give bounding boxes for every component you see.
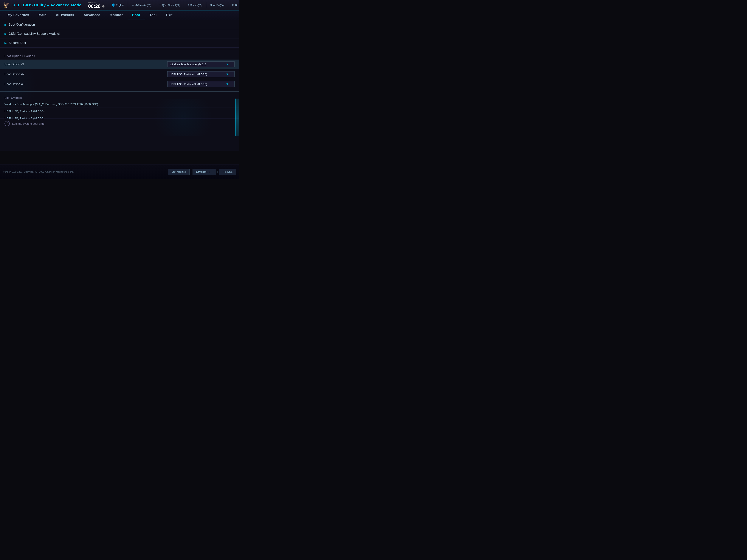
sidebar-label-boot-configuration: Boot Configuration — [8, 23, 35, 27]
override-item-1-label: Windows Boot Manager (M.2_2: Samsung SSD… — [4, 103, 98, 106]
boot-option-2-label: Boot Option #2 — [4, 73, 167, 76]
info-bar: i Sets the system boot order — [0, 118, 239, 128]
dropdown-arrow-3: ▼ — [226, 82, 229, 86]
boot-option-3-label: Boot Option #3 — [4, 82, 167, 86]
boot-priorities-header: Boot Option Priorities — [0, 51, 239, 59]
footer-ezmode-button[interactable]: EzMode(F7)|→ — [192, 169, 216, 175]
tool-aura[interactable]: ✺ AURA(F4) — [210, 3, 225, 7]
tab-my-favorites[interactable]: My Favorites — [3, 11, 34, 20]
nav-tabs: My Favorites Main Ai Tweaker Advanced Mo… — [0, 10, 239, 20]
footer-right-buttons: Last Modified | EzMode(F7)|→ | Hot Keys — [168, 169, 236, 175]
boot-override-header: Boot Override — [0, 94, 239, 101]
arrow-icon-boot-config: ▶ — [4, 23, 7, 27]
tool-resizebar[interactable]: ⊞ Resize BAR — [232, 3, 239, 7]
sidebar-item-boot-configuration[interactable]: ▶ Boot Configuration — [0, 20, 239, 29]
tool-language-label: English — [116, 4, 124, 6]
tool-qfan-label: Qfan Control(F6) — [162, 4, 180, 6]
boot-option-row-3[interactable]: Boot Option #3 UEFI: USB, Partition 3 (6… — [0, 79, 239, 89]
asus-logo: 🦅 — [3, 2, 9, 8]
boot-option-2-value: UEFI: USB, Partition 1 (61.5GB) — [170, 73, 207, 76]
sidebar-item-csm[interactable]: ▶ CSM (Compatibility Support Module) — [0, 29, 239, 38]
cyber-corner-decoration — [235, 99, 239, 136]
top-bar: 🦅 UEFI BIOS Utility – Advanced Mode 6/5/… — [0, 0, 239, 10]
footer-separator-1: | — [191, 170, 191, 174]
footer-hotkeys-button[interactable]: Hot Keys — [219, 169, 236, 175]
divider3 — [128, 2, 128, 8]
section-divider-2 — [0, 91, 239, 92]
tab-boot[interactable]: Boot — [128, 11, 145, 20]
bios-title: UEFI BIOS Utility – Advanced Mode — [12, 3, 81, 7]
boot-override-title: Boot Override — [4, 96, 22, 99]
tool-aura-label: AURA(F4) — [213, 4, 225, 6]
info-icon: i — [4, 121, 10, 126]
settings-icon[interactable]: ⚙ — [102, 5, 105, 8]
toolbar-tools: 🌐 English ☆ MyFavorite(F3) ✦ Qfan Contro… — [112, 2, 239, 8]
footer-separator-2: | — [217, 170, 218, 174]
favorite-icon: ☆ — [132, 3, 134, 7]
footer-last-modified: Last Modified — [168, 169, 189, 175]
aura-icon: ✺ — [210, 3, 212, 7]
footer: Version 2.20.1271. Copyright (C) 2023 Am… — [0, 164, 239, 179]
main-content: ▶ Boot Configuration ▶ CSM (Compatibilit… — [0, 20, 239, 151]
override-item-1[interactable]: Windows Boot Manager (M.2_2: Samsung SSD… — [0, 101, 239, 108]
boot-option-1-label: Boot Option #1 — [4, 63, 167, 66]
sidebar-label-csm: CSM (Compatibility Support Module) — [8, 32, 60, 36]
tab-advanced[interactable]: Advanced — [79, 11, 105, 20]
globe-icon: 🌐 — [112, 3, 115, 7]
ezmode-label: EzMode(F7)|→ — [196, 170, 212, 173]
boot-option-row-2[interactable]: Boot Option #2 UEFI: USB, Partition 1 (6… — [0, 70, 239, 79]
dropdown-arrow-1: ▼ — [226, 63, 229, 66]
arrow-icon-secure-boot: ▶ — [4, 41, 7, 45]
hotkeys-label: Hot Keys — [223, 170, 232, 173]
section-divider-1 — [0, 49, 239, 49]
tab-exit[interactable]: Exit — [161, 11, 177, 20]
tool-qfan[interactable]: ✦ Qfan Control(F6) — [159, 3, 180, 7]
sidebar-label-secure-boot: Secure Boot — [8, 41, 26, 45]
boot-option-2-dropdown[interactable]: UEFI: USB, Partition 1 (61.5GB) ▼ — [167, 71, 235, 77]
tool-search-label: Search(F9) — [190, 4, 202, 6]
time-area: 6/5/2024 00:28 ⚙ — [88, 1, 105, 8]
footer-version: Version 2.20.1271. Copyright (C) 2023 Am… — [3, 170, 74, 173]
tool-language[interactable]: 🌐 English — [112, 3, 124, 7]
resizebar-icon: ⊞ — [232, 3, 235, 7]
tool-search[interactable]: ? Search(F9) — [188, 4, 202, 7]
tab-tool[interactable]: Tool — [145, 11, 161, 20]
tab-main[interactable]: Main — [34, 11, 51, 20]
override-item-2[interactable]: UEFI: USB, Partition 1 (61.5GB) — [0, 108, 239, 115]
boot-option-3-dropdown[interactable]: UEFI: USB, Partition 3 (61.5GB) ▼ — [167, 81, 235, 87]
boot-option-1-dropdown[interactable]: Windows Boot Manager (M.2_2: ▼ — [167, 61, 235, 68]
boot-priorities-title: Boot Option Priorities — [4, 54, 35, 57]
info-text: Sets the system boot order — [12, 122, 45, 125]
tab-monitor[interactable]: Monitor — [105, 11, 127, 20]
dropdown-arrow-2: ▼ — [226, 73, 229, 76]
tool-myfavorite-label: MyFavorite(F3) — [135, 4, 151, 6]
boot-option-1-value: Windows Boot Manager (M.2_2: — [170, 63, 207, 66]
footer-left: Version 2.20.1271. Copyright (C) 2023 Am… — [3, 170, 74, 173]
sidebar-item-secure-boot[interactable]: ▶ Secure Boot — [0, 38, 239, 48]
tab-ai-tweaker[interactable]: Ai Tweaker — [51, 11, 79, 20]
boot-option-3-value: UEFI: USB, Partition 3 (61.5GB) — [170, 83, 207, 86]
arrow-icon-csm: ▶ — [4, 32, 7, 36]
tool-myfavorite[interactable]: ☆ MyFavorite(F3) — [132, 3, 151, 7]
time-display: 00:28 ⚙ — [88, 4, 105, 8]
override-item-2-label: UEFI: USB, Partition 1 (61.5GB) — [4, 110, 45, 113]
tool-resizebar-label: Resize BAR — [235, 4, 239, 6]
boot-option-row-1[interactable]: Boot Option #1 Windows Boot Manager (M.2… — [0, 59, 239, 70]
divider4 — [155, 2, 155, 8]
fan-icon: ✦ — [159, 3, 161, 7]
search-icon: ? — [188, 4, 189, 7]
